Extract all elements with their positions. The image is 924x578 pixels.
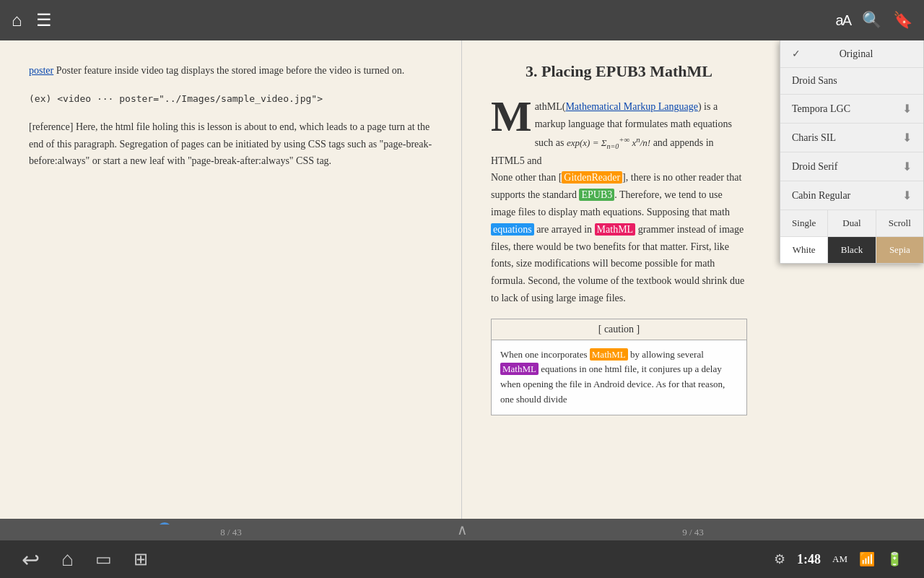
wifi-icon: 📶 bbox=[859, 551, 875, 567]
font-option-original[interactable]: ✓ Original bbox=[780, 40, 923, 68]
back-button[interactable]: ↩ bbox=[22, 547, 40, 572]
nav-right: ⚙ 1:48 AM 📶 🔋 bbox=[774, 551, 902, 567]
caution-box: [ caution ] When one incorporates MathML… bbox=[491, 319, 747, 415]
font-option-cabin[interactable]: Cabin Regular ⬇ bbox=[780, 181, 923, 210]
bookmark-icon[interactable]: 🔖 bbox=[893, 11, 912, 30]
math-formula: exp(x) = Σn=0+∞ xn/n! bbox=[567, 137, 650, 148]
recent-apps-button[interactable]: ▭ bbox=[95, 549, 112, 569]
mathml-highlight-3: MathML bbox=[500, 363, 539, 375]
left-paragraph-1: poster Poster feature inside video tag d… bbox=[29, 62, 432, 79]
font-cabin-label: Cabin Regular bbox=[792, 190, 850, 202]
right-page: ✓ Original Droid Sans Tempora LGC ⬇ Char… bbox=[462, 40, 924, 538]
view-mode-single[interactable]: Single bbox=[780, 210, 828, 236]
drop-cap-m: M bbox=[491, 98, 532, 135]
color-mode-row: White Black Sepia bbox=[780, 237, 923, 263]
mathml-link[interactable]: Mathematical Markup Language bbox=[565, 101, 697, 112]
font-option-charis[interactable]: Charis SIL ⬇ bbox=[780, 124, 923, 152]
menu-icon[interactable]: ☰ bbox=[36, 10, 52, 30]
time-suffix: AM bbox=[832, 553, 847, 565]
nav-left: ↩ ⌂ ▭ ⊞ bbox=[22, 547, 148, 572]
check-icon: ✓ bbox=[792, 48, 801, 60]
settings-icon[interactable]: ⚙ bbox=[774, 551, 785, 567]
download-icon-tempora[interactable]: ⬇ bbox=[902, 102, 912, 116]
right-page-title: 3. Placing EPUB3 MathML bbox=[491, 62, 747, 81]
color-mode-sepia[interactable]: Sepia bbox=[876, 237, 923, 263]
view-mode-dual[interactable]: Dual bbox=[828, 210, 876, 236]
color-mode-white[interactable]: White bbox=[780, 237, 828, 263]
time-display: 1:48 bbox=[797, 552, 821, 567]
epub3-highlight: EPUB3 bbox=[579, 189, 614, 201]
caution-content: When one incorporates MathML by allowing… bbox=[492, 340, 746, 415]
color-mode-black[interactable]: Black bbox=[828, 237, 876, 263]
nav-bar: ↩ ⌂ ▭ ⊞ ⚙ 1:48 AM 📶 🔋 bbox=[0, 540, 924, 578]
scan-button[interactable]: ⊞ bbox=[134, 549, 148, 569]
nav-home-button[interactable]: ⌂ bbox=[61, 548, 74, 571]
mathml-highlight-2: MathML bbox=[590, 348, 628, 361]
battery-icon: 🔋 bbox=[886, 551, 902, 567]
font-original-label: Original bbox=[840, 48, 873, 60]
font-option-droid-serif[interactable]: Droid Serif ⬇ bbox=[780, 152, 923, 181]
caution-title: [ caution ] bbox=[492, 319, 746, 340]
home-icon[interactable]: ⌂ bbox=[12, 11, 22, 30]
mathml-highlight-1: MathML bbox=[595, 223, 636, 236]
toolbar: ⌂ ☰ aA 🔍 🔖 bbox=[0, 0, 924, 40]
download-icon-cabin[interactable]: ⬇ bbox=[902, 189, 912, 202]
view-mode-row: Single Dual Scroll bbox=[780, 210, 923, 237]
left-page: poster Poster feature inside video tag d… bbox=[0, 40, 462, 538]
chevron-up-button[interactable]: ∧ bbox=[457, 521, 468, 538]
font-panel: ✓ Original Droid Sans Tempora LGC ⬇ Char… bbox=[780, 40, 924, 264]
font-charis-label: Charis SIL bbox=[792, 132, 836, 144]
font-option-tempora[interactable]: Tempora LGC ⬇ bbox=[780, 95, 923, 124]
font-droid-serif-label: Droid Serif bbox=[792, 161, 837, 173]
left-page-number: 8 / 43 bbox=[0, 525, 462, 540]
font-tempora-label: Tempora LGC bbox=[792, 103, 850, 115]
gitden-reader-highlight: GitdenReader bbox=[562, 171, 622, 184]
equations-highlight: equations bbox=[491, 223, 534, 236]
view-mode-scroll[interactable]: Scroll bbox=[876, 210, 923, 236]
left-code-1: (ex) <video ··· poster="../Images/sample… bbox=[29, 91, 432, 107]
font-droid-sans-label: Droid Sans bbox=[792, 75, 837, 87]
right-paragraph-1: M athML(Mathematical Markup Language) is… bbox=[491, 98, 747, 169]
download-icon-charis[interactable]: ⬇ bbox=[902, 131, 912, 144]
font-option-droid-sans[interactable]: Droid Sans bbox=[780, 68, 923, 95]
main-content: poster Poster feature inside video tag d… bbox=[0, 40, 924, 538]
download-icon-droid-serif[interactable]: ⬇ bbox=[902, 160, 912, 173]
left-paragraph-2: [reference] Here, the html file holing t… bbox=[29, 118, 432, 170]
right-paragraph-2: None other than [GitdenReader], there is… bbox=[491, 169, 747, 306]
toolbar-right: aA 🔍 🔖 bbox=[836, 11, 912, 30]
search-icon[interactable]: 🔍 bbox=[862, 11, 881, 30]
font-size-icon[interactable]: aA bbox=[836, 12, 850, 29]
right-page-number: 9 / 43 bbox=[462, 525, 924, 540]
toolbar-left: ⌂ ☰ bbox=[12, 10, 52, 30]
